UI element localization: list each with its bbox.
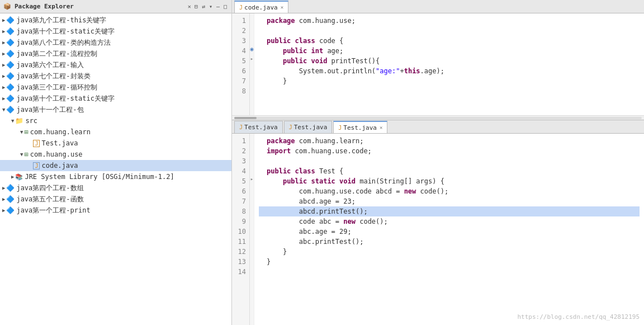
collapse-marker[interactable]: ▸ xyxy=(250,56,253,62)
java-file-icon-2: J xyxy=(289,124,292,130)
top-scrollbar[interactable] xyxy=(232,115,644,120)
collapse-marker[interactable]: ▸ xyxy=(250,176,253,182)
tab-test-java-2[interactable]: J Test.java xyxy=(284,121,333,133)
tab-test-java-1[interactable]: J Test.java xyxy=(234,121,283,133)
gutter-cell xyxy=(250,224,254,234)
line-collapse-space xyxy=(259,16,267,26)
tree-label: com.huang.use xyxy=(30,150,83,158)
line-collapse-space xyxy=(259,46,267,56)
tree-label: Test.java xyxy=(41,139,78,147)
line-collapse-space xyxy=(259,196,267,206)
line-number: 7 xyxy=(234,196,246,206)
package-explorer-panel: 📦 Package Explorer ✕ ⊟ ⇄ ▾ — □ ▶🔷java第九个… xyxy=(0,0,232,325)
tab-close-icon-3[interactable]: ✕ xyxy=(380,125,382,130)
top-tab-bar: J code.java ✕ xyxy=(232,0,644,13)
tree-label: java第八个工程-类的构造方法 xyxy=(16,38,110,48)
bottom-editor-content: 1234567891011121314 ▸ package com.huang.… xyxy=(232,134,644,325)
code-line xyxy=(259,267,640,277)
tree-label: java第四个工程-数组 xyxy=(16,183,83,193)
tree-item-proj2[interactable]: ▶🔷java第十个工程-static关键字 xyxy=(0,26,231,37)
line-collapse-space xyxy=(259,26,267,36)
top-scrollbar-thumb[interactable] xyxy=(234,117,257,119)
code-line: System.out.println("age:"+this.age); xyxy=(259,66,640,76)
tab-label-3: Test.java xyxy=(343,124,377,131)
tree-item-proj11[interactable]: ▶🔷java第五个工程-函数 xyxy=(0,194,231,205)
tab-label-1: Test.java xyxy=(244,124,278,131)
minimize-icon[interactable]: — xyxy=(215,3,221,10)
line-collapse-space xyxy=(259,36,267,46)
code-line: } xyxy=(259,247,640,257)
tree-item-proj12[interactable]: ▶🔷java第一个工程-print xyxy=(0,205,231,216)
line-collapse-space xyxy=(259,56,267,66)
tree-label: java第二个工程-流程控制 xyxy=(16,49,97,59)
line-collapse-space xyxy=(259,216,267,227)
code-line: } xyxy=(259,76,640,86)
line-number: 8 xyxy=(234,206,246,216)
gutter-cell xyxy=(250,144,254,154)
code-line: public class code { xyxy=(259,36,640,46)
tree-item-proj4[interactable]: ▶🔷java第二个工程-流程控制 xyxy=(0,48,231,59)
code-line: public void printTest(){ xyxy=(259,56,640,66)
tree-item-proj5[interactable]: ▶🔷java第六个工程-输入 xyxy=(0,59,231,70)
tree-item-test1[interactable]: ▶JTest.java xyxy=(0,138,231,149)
tab-test-java-3[interactable]: J Test.java ✕ xyxy=(333,121,387,133)
tree-label: com.huang.learn xyxy=(30,128,91,136)
line-number: 2 xyxy=(234,146,246,156)
code-line: abc.printTest(); xyxy=(259,237,640,247)
tree-item-proj1[interactable]: ▶🔷java第九个工程-this关键字 xyxy=(0,15,231,26)
tree-label: java第三个工程-循环控制 xyxy=(16,83,97,92)
close-tab-icon[interactable]: ✕ xyxy=(188,3,191,10)
line-number: 4 xyxy=(234,166,246,176)
tab-close-icon[interactable]: ✕ xyxy=(281,4,283,10)
gutter-cell xyxy=(250,164,254,174)
view-menu-icon[interactable]: ▾ xyxy=(208,3,214,10)
tree-label: java第五个工程-函数 xyxy=(16,195,83,204)
gutter-cell xyxy=(250,74,254,84)
code-line: abcd.printTest(); xyxy=(259,206,640,216)
tab-code-java[interactable]: J code.java ✕ xyxy=(234,1,288,13)
line-number: 2 xyxy=(234,26,246,36)
tree-item-pkg-learn[interactable]: ▼⊞com.huang.learn xyxy=(0,126,231,138)
top-code-area[interactable]: package com.huang.use; public class code… xyxy=(254,13,644,115)
tree-item-proj9[interactable]: ▼🔷java第十一个工程-包 xyxy=(0,104,231,115)
panel-header-icons: ⊟ ⇄ ▾ — □ xyxy=(193,3,228,10)
code-line: com.huang.use.code abcd = new code(); xyxy=(259,186,640,196)
line-number: 8 xyxy=(234,86,246,96)
gutter-cell xyxy=(250,214,254,224)
bottom-tab-bar: J Test.java J Test.java J Test.java ✕ xyxy=(232,120,644,134)
maximize-icon[interactable]: □ xyxy=(222,3,228,10)
tree-item-proj3[interactable]: ▶🔷java第八个工程-类的构造方法 xyxy=(0,37,231,48)
line-collapse-space xyxy=(259,156,267,166)
package-explorer-title: Package Explorer xyxy=(15,3,186,10)
line-number: 5 xyxy=(234,176,246,186)
top-editor-content: 12345678 ◉▸ package com.huang.use; publi… xyxy=(232,13,644,115)
tree-item-proj7[interactable]: ▶🔷java第三个工程-循环控制 xyxy=(0,82,231,93)
gutter-cell xyxy=(250,134,254,144)
code-line: abc.age = 29; xyxy=(259,227,640,237)
collapse-all-icon[interactable]: ⊟ xyxy=(193,3,199,10)
tree-item-proj8[interactable]: ▶🔷java第十个工程-static关键字 xyxy=(0,93,231,104)
tree-item-pkg-use[interactable]: ▼⊞com.huang.use xyxy=(0,149,231,160)
line-collapse-space xyxy=(259,257,267,267)
bottom-gutter: ▸ xyxy=(250,134,254,325)
tree-item-jre[interactable]: ▶📚JRE System Library [OSGi/Minimum-1.2] xyxy=(0,171,231,182)
top-scrollbar-track[interactable] xyxy=(234,117,642,119)
bottom-line-numbers: 1234567891011121314 xyxy=(232,134,250,325)
gutter-cell xyxy=(250,184,254,194)
code-line: public class Test { xyxy=(259,166,640,176)
gutter-cell: ◉ xyxy=(250,44,254,54)
line-collapse-space xyxy=(259,176,267,186)
code-line: } xyxy=(259,257,640,267)
tree-item-src[interactable]: ▼📁src xyxy=(0,115,231,126)
link-with-editor-icon[interactable]: ⇄ xyxy=(201,3,206,10)
gutter-cell xyxy=(250,194,254,204)
tree-item-code1[interactable]: ▶Jcode.java xyxy=(0,160,231,171)
tree-label: code.java xyxy=(41,162,78,169)
tree-item-proj6[interactable]: ▶🔷java第七个工程-封装类 xyxy=(0,70,231,82)
bottom-code-area[interactable]: package com.huang.learn; import com.huan… xyxy=(254,134,644,325)
tree-label: java第六个工程-输入 xyxy=(16,60,83,70)
tree-item-proj10[interactable]: ▶🔷java第四个工程-数组 xyxy=(0,182,231,194)
gutter-cell xyxy=(250,34,254,44)
package-tree: ▶🔷java第九个工程-this关键字▶🔷java第十个工程-static关键字… xyxy=(0,13,231,325)
tree-label: java第一个工程-print xyxy=(16,206,90,215)
